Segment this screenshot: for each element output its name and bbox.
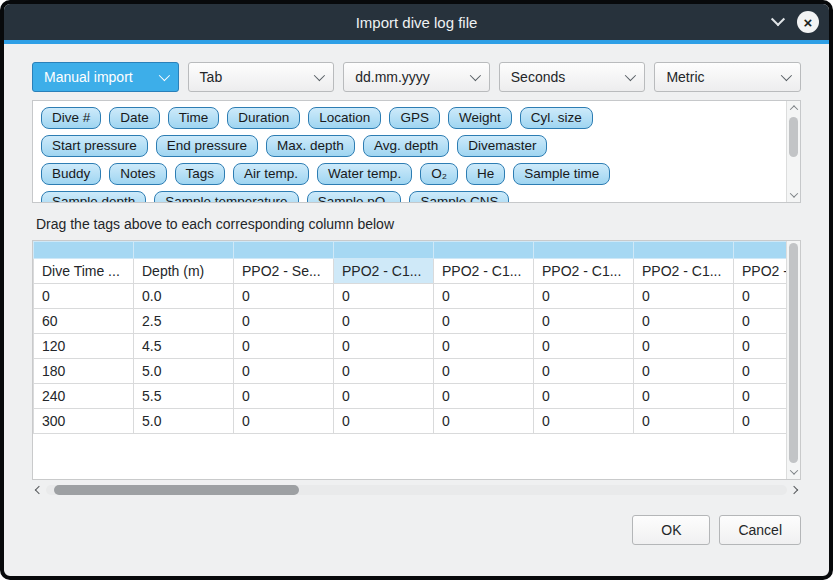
tag-list: Dive #DateTimeDurationLocationGPSWeightC… <box>33 101 800 203</box>
column-header[interactable]: PPO2 - C1... <box>534 259 634 284</box>
table-cell: 0 <box>634 334 734 359</box>
combo-value: Tab <box>200 69 223 85</box>
chevron-down-icon <box>314 70 325 81</box>
tag-chip[interactable]: Max. depth <box>266 135 355 157</box>
table-cell: 0 <box>334 284 434 309</box>
tag-chip[interactable]: Water temp. <box>317 163 412 185</box>
combo-value: Seconds <box>511 69 565 85</box>
drop-target-cell[interactable] <box>534 242 634 259</box>
tag-area-scrollbar[interactable] <box>786 101 800 202</box>
scrollbar-thumb[interactable] <box>54 485 299 495</box>
tag-chip[interactable]: Sample pO₂ <box>307 191 402 203</box>
scrollbar-thumb[interactable] <box>789 243 798 463</box>
titlebar-buttons: × <box>773 4 819 40</box>
table-cell: 0 <box>334 359 434 384</box>
tag-chip[interactable]: Date <box>109 107 160 129</box>
combo-value: Manual import <box>44 69 133 85</box>
drop-target-cell[interactable] <box>234 242 334 259</box>
import-dialog-window: Import dive log file × Manual importTabd… <box>0 0 833 580</box>
combo-value: Metric <box>666 69 704 85</box>
tag-chip[interactable]: Time <box>168 107 220 129</box>
table-cell: 0 <box>34 284 134 309</box>
scroll-right-icon[interactable] <box>787 483 801 497</box>
combo-field-separator[interactable]: Tab <box>188 62 335 92</box>
table-cell: 300 <box>34 409 134 434</box>
table-cell: 0 <box>334 384 434 409</box>
column-header[interactable]: PPO2 - C1... <box>334 259 434 284</box>
combo-import-source[interactable]: Manual import <box>32 62 179 92</box>
drop-target-cell[interactable] <box>34 242 134 259</box>
tag-chip[interactable]: Weight <box>448 107 512 129</box>
dialog-buttons: OK Cancel <box>32 515 801 545</box>
chevron-down-icon <box>625 70 636 81</box>
tag-chip[interactable]: O₂ <box>420 163 458 185</box>
table-row: 1204.5000000 <box>34 334 802 359</box>
table-scrollbar[interactable] <box>786 241 800 479</box>
table-cell: 0 <box>234 384 334 409</box>
drop-target-cell[interactable] <box>634 242 734 259</box>
table-row: 00.0000000 <box>34 284 802 309</box>
table-cell: 120 <box>34 334 134 359</box>
table-cell: 0 <box>234 409 334 434</box>
tag-chip[interactable]: End pressure <box>156 135 258 157</box>
column-header[interactable]: PPO2 - C1... <box>434 259 534 284</box>
scroll-up-icon[interactable] <box>791 101 797 115</box>
tag-area: Dive #DateTimeDurationLocationGPSWeightC… <box>32 100 801 203</box>
tag-chip[interactable]: GPS <box>389 107 440 129</box>
column-header-row: Dive Time ...Depth (m)PPO2 - Se...PPO2 -… <box>34 259 802 284</box>
column-header[interactable]: Depth (m) <box>134 259 234 284</box>
scrollbar-track[interactable] <box>46 485 787 495</box>
tag-chip[interactable]: Duration <box>227 107 300 129</box>
table-cell: 0 <box>634 359 734 384</box>
combo-date-format[interactable]: dd.mm.yyyy <box>343 62 490 92</box>
drop-target-cell[interactable] <box>334 242 434 259</box>
tag-chip[interactable]: Sample temperature <box>154 191 298 203</box>
tag-chip[interactable]: Divemaster <box>457 135 547 157</box>
table-cell: 0 <box>234 334 334 359</box>
tag-chip[interactable]: Sample time <box>513 163 610 185</box>
scroll-left-icon[interactable] <box>32 483 46 497</box>
scrollbar-track[interactable] <box>787 241 800 465</box>
tag-chip[interactable]: Dive # <box>41 107 101 129</box>
tag-chip[interactable]: He <box>466 163 505 185</box>
tag-chip[interactable]: Air temp. <box>233 163 309 185</box>
combo-duration-format[interactable]: Seconds <box>499 62 646 92</box>
horizontal-scrollbar[interactable] <box>32 483 801 497</box>
drop-target-cell[interactable] <box>134 242 234 259</box>
scrollbar-thumb[interactable] <box>789 117 798 157</box>
window-title: Import dive log file <box>4 14 829 31</box>
titlebar[interactable]: Import dive log file × <box>4 4 829 40</box>
table-cell: 0 <box>434 334 534 359</box>
table-cell: 4.5 <box>134 334 234 359</box>
tag-chip[interactable]: Tags <box>175 163 226 185</box>
tag-chip[interactable]: Avg. depth <box>363 135 449 157</box>
tag-row: Start pressureEnd pressureMax. depthAvg.… <box>41 135 780 157</box>
tag-chip[interactable]: Buddy <box>41 163 101 185</box>
table-cell: 5.5 <box>134 384 234 409</box>
column-header[interactable]: PPO2 - C1... <box>634 259 734 284</box>
drop-target-row <box>34 242 802 259</box>
combo-value: dd.mm.yyyy <box>355 69 430 85</box>
tag-chip[interactable]: Location <box>308 107 381 129</box>
tag-chip[interactable]: Cyl. size <box>520 107 593 129</box>
cancel-button[interactable]: Cancel <box>719 515 801 545</box>
table-cell: 0 <box>634 384 734 409</box>
combo-units[interactable]: Metric <box>654 62 801 92</box>
column-header[interactable]: PPO2 - Se... <box>234 259 334 284</box>
table-row: 1805.0000000 <box>34 359 802 384</box>
tag-chip[interactable]: Sample depth <box>41 191 146 203</box>
table-cell: 0 <box>634 309 734 334</box>
tag-chip[interactable]: Sample CNS <box>409 191 509 203</box>
column-header[interactable]: Dive Time ... <box>34 259 134 284</box>
table-cell: 0 <box>434 384 534 409</box>
scroll-down-icon[interactable] <box>791 465 797 479</box>
tag-chip[interactable]: Notes <box>109 163 166 185</box>
tag-chip[interactable]: Start pressure <box>41 135 148 157</box>
table-cell: 5.0 <box>134 409 234 434</box>
chevron-down-icon[interactable] <box>771 12 785 26</box>
drop-target-cell[interactable] <box>434 242 534 259</box>
close-icon[interactable]: × <box>797 11 819 33</box>
ok-button[interactable]: OK <box>632 515 710 545</box>
scrollbar-track[interactable] <box>787 115 800 188</box>
scroll-down-icon[interactable] <box>791 188 797 202</box>
